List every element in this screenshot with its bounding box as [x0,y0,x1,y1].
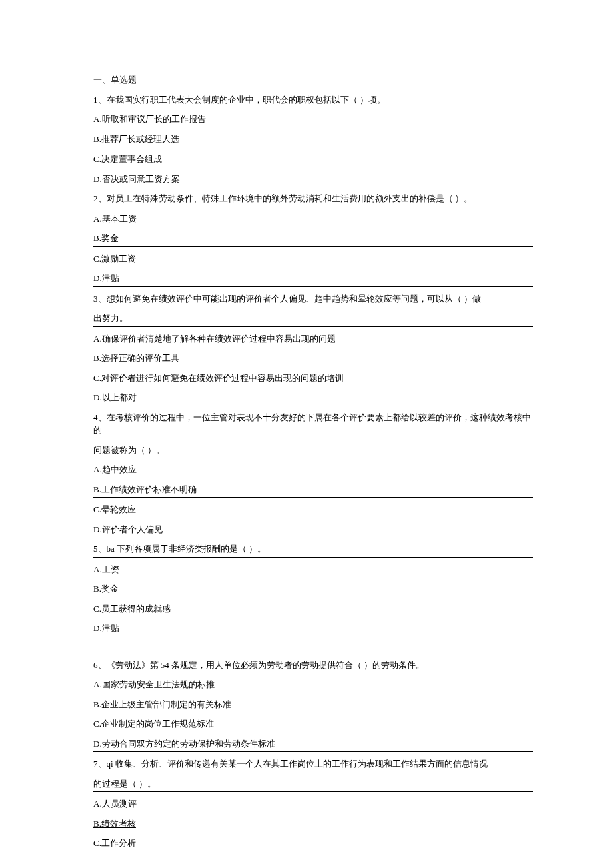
q4-option-b: B.工作绩效评价标准不明确 [93,483,533,498]
q4-stem-line2: 问题被称为（ ）。 [93,444,533,457]
q4-stem-line1: 4、在考核评价的过程中，一位主管对表现不十分友好的下属在各个评价要素上都给以较差… [93,411,533,437]
q1-option-b: B.推荐厂长或经理人选 [93,133,533,148]
q7-option-b: B.绩效考核 [93,817,533,831]
q3-stem-line2: 出努力。 [93,312,533,327]
q5-divider [93,642,533,653]
q7-stem-line2: 的过程是（ ）。 [93,777,533,793]
q6-option-d: D.劳动合同双方约定的劳动保护和劳动条件标准 [93,737,533,753]
q1-option-a: A.听取和审议厂长的工作报告 [93,113,533,126]
q5-option-b: B.奖金 [93,582,533,596]
q2-option-c: C.激励工资 [93,252,533,266]
q2-option-a: A.基本工资 [93,213,533,226]
q7-option-a: A.人员测评 [93,797,533,811]
section-title: 一、单选题 [93,73,533,87]
q5-option-a: A.工资 [93,563,533,576]
q2-option-d: D.津贴 [93,272,533,287]
q4-option-d: D.评价者个人偏见 [93,523,533,536]
q2-option-b: B.奖金 [93,232,533,247]
q3-option-b: B.选择正确的评价工具 [93,352,533,365]
q3-stem-line1: 3、想如何避免在绩效评价中可能出现的评价者个人偏见、趋中趋势和晕轮效应等问题，可… [93,292,533,306]
q5-stem: 5、ba 下列各项属于非经济类报酬的是（ ）。 [93,542,533,558]
q3-option-c: C.对评价者进行如何避免在绩效评价过程中容易出现的问题的培训 [93,372,533,385]
q1-option-c: C.决定董事会组成 [93,153,533,166]
q4-option-a: A.趋中效应 [93,463,533,476]
q7-option-c: C.工作分析 [93,837,533,850]
q6-stem: 6、《劳动法》第 54 条规定，用人单位必须为劳动者的劳动提供符合（ ）的劳动条… [93,659,533,672]
q3-option-a: A.确保评价者清楚地了解各种在绩效评价过程中容易出现的问题 [93,332,533,346]
q6-option-a: A.国家劳动安全卫生法规的标推 [93,678,533,691]
q1-option-d: D.否决或同意工资方案 [93,173,533,186]
q5-option-d: D.津贴 [93,622,533,635]
q6-option-c: C.企业制定的岗位工作规范标准 [93,717,533,731]
q6-option-b: B.企业上级主管部门制定的有关标准 [93,698,533,711]
q4-option-c: C.晕轮效应 [93,503,533,516]
q5-option-c: C.员工获得的成就感 [93,602,533,616]
q1-stem: 1、在我国实行职工代表大会制度的企业中，职代会的职权包括以下（ ）项。 [93,93,533,107]
q3-option-d: D.以上都对 [93,391,533,404]
q7-stem-line1: 7、qi 收集、分析、评价和传递有关某一个人在其工作岗位上的工作行为表现和工作结… [93,757,533,771]
q7-option-b-text: B.绩效考核 [93,819,136,829]
q2-stem: 2、对员工在特殊劳动条件、特殊工作环境中的额外劳动消耗和生活费用的额外支出的补偿… [93,192,533,207]
